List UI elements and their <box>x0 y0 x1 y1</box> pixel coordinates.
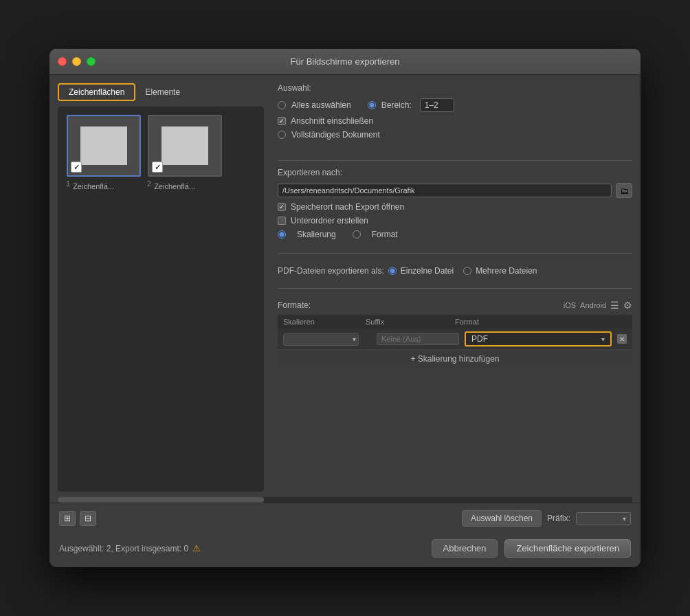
warning-icon: ⚠ <box>192 543 201 553</box>
formate-header: Formate: iOS Android ☰ ⚙ <box>278 300 632 311</box>
auswahl-section: Auswahl: Alles auswählen Bereich: Anschn… <box>278 83 632 144</box>
skalieren-select-wrapper <box>283 333 359 346</box>
folder-button[interactable]: 🗂 <box>616 183 632 198</box>
formate-label: Formate: <box>278 300 311 310</box>
artboard-item-1: 1 Zeichenflä... 2 Zeichenflä... <box>66 115 223 190</box>
path-field[interactable]: /Users/reneandritsch/Documents/Grafik <box>278 184 612 197</box>
path-row: /Users/reneandritsch/Documents/Grafik 🗂 <box>278 183 632 198</box>
auswahl-label: Auswahl: <box>278 83 632 93</box>
artboard-row-1: 1 Zeichenflä... 2 Zeichenflä... <box>66 115 223 190</box>
prafix-field[interactable]: ▾ <box>576 512 631 525</box>
anschnitt-row: Anschnitt einschließen <box>278 116 632 126</box>
bereich-input[interactable] <box>420 98 454 112</box>
radio-skalierung[interactable] <box>278 230 286 239</box>
artboard-1[interactable]: 1 Zeichenflä... <box>66 115 142 190</box>
artboard-number-2: 2 <box>147 179 151 188</box>
col-header-skalieren: Skalieren <box>283 318 366 326</box>
radio-mehrere-dateien[interactable] <box>463 267 471 275</box>
format-dropdown-wrapper: PDF ▾ ✕ <box>465 331 627 346</box>
formate-table-header: Skalieren Suffix Format <box>278 315 632 329</box>
android-label[interactable]: Android <box>580 301 606 309</box>
unterordner-row: Unterordner erstellen <box>278 216 632 226</box>
bottom-buttons: Abbrechen Zeichenfläche exportieren <box>432 539 631 558</box>
unterordner-checkbox[interactable] <box>278 217 286 225</box>
grid-view-button[interactable]: ⊞ <box>59 511 76 526</box>
auswahl-loschen-button[interactable]: Auswahl löschen <box>462 510 542 527</box>
divider-2 <box>278 253 632 254</box>
tab-elemente[interactable]: Elemente <box>135 85 190 100</box>
prafix-label: Präfix: <box>547 514 570 523</box>
speicherort-row: Speicherort nach Export öffnen <box>278 202 632 212</box>
radio-bereich-label: Bereich: <box>381 100 412 110</box>
skalierung-format-row: Skalierung Format <box>278 230 632 239</box>
artboard-2[interactable]: 2 Zeichenflä... <box>147 115 223 190</box>
anschnitt-checkbox[interactable] <box>278 117 286 125</box>
add-skalierung-button[interactable]: + Skalierung hinzufügen <box>278 349 632 368</box>
left-panel: Zeichenflächen Elemente 1 Zeichen <box>58 83 264 492</box>
col-header-format: Format <box>455 318 627 326</box>
bottom-bar: ⊞ ⊟ Auswahl löschen Präfix: ▾ <box>49 503 641 534</box>
artboard-preview-2 <box>162 126 208 165</box>
artboard-label-2: Zeichenflä... <box>154 182 195 190</box>
skalieren-select[interactable] <box>283 333 359 346</box>
radio-vollstaendiges[interactable] <box>278 131 286 139</box>
format-label: Format <box>372 230 398 239</box>
unterordner-label: Unterordner erstellen <box>291 216 368 226</box>
exportieren-label: Exportieren nach: <box>278 168 632 177</box>
bottom-center: Auswahl löschen Präfix: ▾ <box>462 510 631 527</box>
prafix-chevron-icon: ▾ <box>623 515 626 522</box>
format-close-button[interactable]: ✕ <box>617 334 627 344</box>
list-view-button[interactable]: ⊟ <box>80 511 96 526</box>
vollstaendiges-row: Vollständiges Dokument <box>278 130 632 140</box>
artboard-checkbox-1[interactable] <box>71 162 82 173</box>
format-select-inner: PDF ▾ <box>471 334 605 344</box>
divider-1 <box>278 160 632 161</box>
abbrechen-button[interactable]: Abbrechen <box>432 539 498 558</box>
right-panel: Auswahl: Alles auswählen Bereich: Anschn… <box>264 83 632 492</box>
status-text: Ausgewählt: 2, Export insgesamt: 0 ⚠ <box>59 543 201 553</box>
export-button[interactable]: Zeichenfläche exportieren <box>504 539 631 558</box>
main-content: Zeichenflächen Elemente 1 Zeichen <box>49 75 641 492</box>
artboard-checkbox-2[interactable] <box>152 162 163 173</box>
col-header-suffix: Suffix <box>366 318 455 326</box>
format-select[interactable]: PDF ▾ <box>465 331 612 346</box>
ios-label[interactable]: iOS <box>564 301 576 309</box>
traffic-lights <box>58 57 96 66</box>
close-button[interactable] <box>58 57 67 66</box>
minimize-button[interactable] <box>72 57 81 66</box>
title-bar: Für Bildschirme exportieren <box>49 49 641 75</box>
artboard-thumb-2 <box>148 115 222 177</box>
artboards-grid: 1 Zeichenflä... 2 Zeichenflä... <box>58 107 264 492</box>
status-text-label: Ausgewählt: 2, Export insgesamt: 0 <box>59 544 188 553</box>
artboard-thumb-1 <box>67 115 141 177</box>
mehrere-dateien-label: Mehrere Dateien <box>476 266 537 276</box>
list-icon[interactable]: ☰ <box>610 300 619 311</box>
artboard-preview-1 <box>80 126 127 165</box>
speicherort-checkbox[interactable] <box>278 203 286 211</box>
artboard-number-1: 1 <box>66 179 70 188</box>
suffix-input[interactable] <box>377 333 459 345</box>
radio-format[interactable] <box>353 230 361 239</box>
artboard-label-1: Zeichenflä... <box>73 182 114 190</box>
formate-icons: iOS Android ☰ ⚙ <box>564 300 632 311</box>
formate-data-row: PDF ▾ ✕ <box>278 329 632 349</box>
radio-bereich[interactable] <box>368 101 376 109</box>
pdf-row: PDF-Dateien exportieren als: Einzelne Da… <box>278 266 632 276</box>
radio-einzelne-datei[interactable] <box>388 267 397 275</box>
tab-zeichenflachen[interactable]: Zeichenflächen <box>58 83 135 101</box>
vollstaendiges-label: Vollständiges Dokument <box>291 130 380 140</box>
radio-alles-auswaehlen[interactable] <box>278 101 286 109</box>
status-bar: Ausgewählt: 2, Export insgesamt: 0 ⚠ Abb… <box>49 534 641 567</box>
skalieren-wrapper <box>283 333 366 346</box>
scroll-area <box>58 497 632 503</box>
main-window: Für Bildschirme exportieren Zeichenfläch… <box>49 49 641 567</box>
exportieren-section: Exportieren nach: /Users/reneandritsch/D… <box>278 168 632 239</box>
scrollbar-thumb[interactable] <box>58 497 264 503</box>
radio-alles-label: Alles auswählen <box>291 100 351 110</box>
gear-icon[interactable]: ⚙ <box>623 300 632 311</box>
radio-row-alles: Alles auswählen Bereich: <box>278 98 632 112</box>
maximize-button[interactable] <box>87 57 96 66</box>
bottom-left: ⊞ ⊟ <box>59 511 96 526</box>
formate-section: Formate: iOS Android ☰ ⚙ Skalieren Suffi… <box>278 300 632 368</box>
format-value: PDF <box>471 334 488 344</box>
